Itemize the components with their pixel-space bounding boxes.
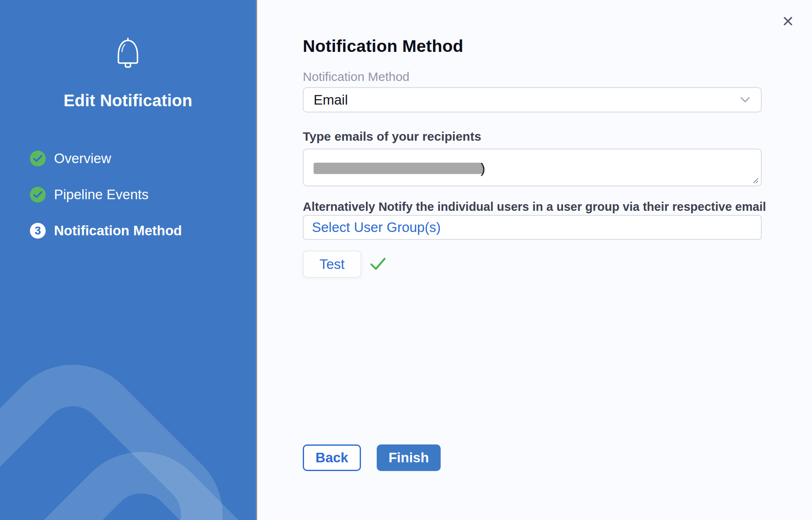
step-overview[interactable]: Overview (30, 151, 182, 166)
notification-method-select[interactable]: Email (303, 87, 762, 112)
step-number: 3 (34, 225, 41, 237)
step-pipeline-events[interactable]: Pipeline Events (30, 187, 182, 203)
chevron-down-icon (740, 97, 750, 103)
bell-icon (115, 37, 141, 70)
test-success-check-icon (370, 257, 386, 271)
back-button[interactable]: Back (303, 444, 361, 471)
step-label: Overview (54, 151, 111, 166)
notification-method-panel: ✕ Notification Method Notification Metho… (257, 0, 812, 520)
step-number-badge: 3 (30, 223, 46, 239)
step-label: Notification Method (54, 223, 182, 239)
finish-button[interactable]: Finish (377, 444, 441, 471)
step-label: Pipeline Events (54, 187, 148, 203)
recipients-textarea[interactable]: ) (303, 149, 762, 186)
wizard-steps: Overview Pipeline Events 3 Notification … (30, 151, 182, 259)
select-user-groups-link[interactable]: Select User Group(s) (312, 220, 441, 235)
redacted-email-suffix: ) (481, 160, 485, 176)
wizard-sidebar: Edit Notification Overview Pipeline Even… (0, 0, 256, 520)
step-done-icon (30, 151, 46, 166)
select-user-groups-box[interactable]: Select User Group(s) (303, 215, 762, 240)
brand-watermark-logo (0, 312, 256, 520)
notification-method-label: Notification Method (303, 70, 410, 84)
wizard-title: Edit Notification (0, 91, 256, 110)
redacted-email-value (314, 163, 483, 174)
close-icon[interactable]: ✕ (779, 12, 797, 31)
page-title: Notification Method (303, 37, 463, 56)
test-button[interactable]: Test (303, 251, 361, 278)
step-done-icon (30, 187, 46, 203)
resize-handle-icon[interactable] (751, 176, 759, 184)
step-notification-method[interactable]: 3 Notification Method (30, 223, 182, 239)
notification-method-value: Email (314, 92, 740, 108)
recipients-label: Type emails of your recipients (303, 129, 481, 144)
check-icon (33, 155, 42, 162)
edit-notification-modal: Edit Notification Overview Pipeline Even… (0, 0, 812, 520)
check-icon (33, 191, 42, 198)
sidebar-divider (256, 0, 257, 520)
